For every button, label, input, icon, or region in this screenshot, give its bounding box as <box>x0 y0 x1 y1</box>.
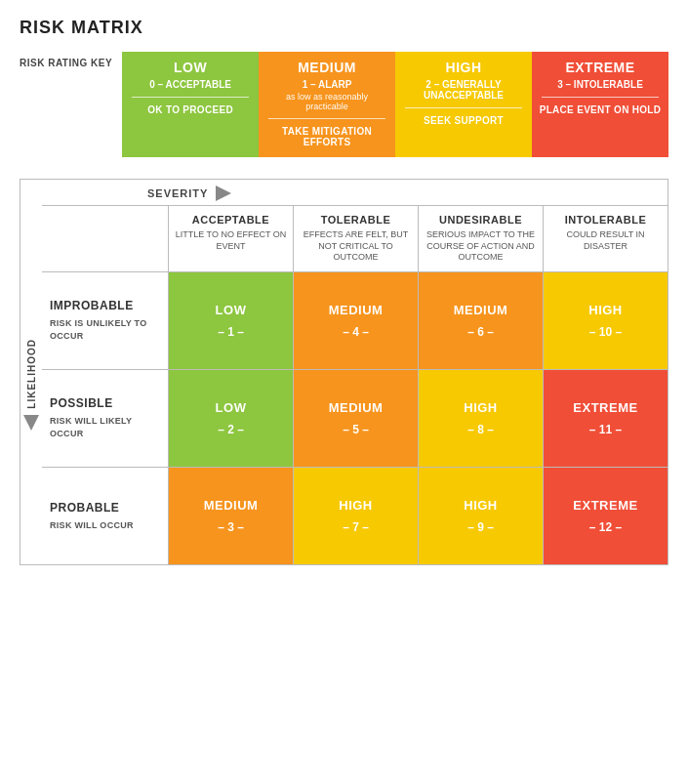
rating-high-divider <box>405 107 522 108</box>
cell-num-2-3: – 12 – <box>589 520 622 534</box>
header-intolerable-title: INTOLERABLE <box>549 214 662 226</box>
rating-high-num: 2 – GENERALLY UNACCEPTABLE <box>401 79 526 101</box>
severity-label: SEVERITY <box>147 187 208 199</box>
likelihood-title-1: POSSIBLE <box>50 396 160 410</box>
cell-label-0-2: MEDIUM <box>454 303 508 317</box>
rating-medium-divider <box>268 118 385 119</box>
rating-box-extreme: EXTREME 3 – INTOLERABLE PLACE EVENT ON H… <box>532 52 668 157</box>
rating-extreme-divider <box>542 97 659 98</box>
page-title: RISK MATRIX <box>20 18 668 38</box>
likelihood-sub-1: RISK WILL LIKELY OCCUR <box>50 415 160 439</box>
cell-label-1-2: HIGH <box>464 400 498 415</box>
data-cell-1-1: MEDIUM– 5 – <box>294 370 419 467</box>
severity-row: SEVERITY <box>20 180 668 205</box>
cell-label-1-3: EXTREME <box>573 400 637 415</box>
cell-label-0-1: MEDIUM <box>329 303 384 317</box>
matrix-section: SEVERITY LIKELIHOOD ACCEPTABLE LITTLE TO… <box>20 179 668 565</box>
header-acceptable-sub: LITTLE TO NO EFFECT ON EVENT <box>175 229 287 252</box>
rating-medium-title: MEDIUM <box>264 60 389 75</box>
rating-extreme-action: PLACE EVENT ON HOLD <box>538 104 663 115</box>
matrix-row-0: IMPROBABLERISK IS UNLIKELY TO OCCURLOW– … <box>42 271 668 369</box>
data-cell-0-2: MEDIUM– 6 – <box>419 272 544 369</box>
rating-low-title: LOW <box>128 60 253 75</box>
rating-key-label: RISK RATING KEY <box>20 52 112 68</box>
likelihood-title-0: IMPROBABLE <box>50 299 160 312</box>
cell-num-0-2: – 6 – <box>467 325 494 339</box>
matrix-row-1: POSSIBLERISK WILL LIKELY OCCURLOW– 2 –ME… <box>42 369 668 467</box>
data-cell-2-2: HIGH– 9 – <box>419 468 544 564</box>
cell-num-0-1: – 4 – <box>343 325 369 339</box>
corner-cell <box>42 206 169 271</box>
rating-key-section: RISK RATING KEY LOW 0 – ACCEPTABLE OK TO… <box>20 52 668 157</box>
cell-num-1-0: – 2 – <box>218 423 244 436</box>
rating-extreme-title: EXTREME <box>538 60 663 75</box>
header-undesirable-title: UNDESIRABLE <box>425 214 537 226</box>
rating-key-boxes: LOW 0 – ACCEPTABLE OK TO PROCEED MEDIUM … <box>122 52 668 157</box>
rating-box-high: HIGH 2 – GENERALLY UNACCEPTABLE SEEK SUP… <box>395 52 532 157</box>
header-intolerable-sub: COULD RESULT IN DISASTER <box>549 229 662 252</box>
header-col-undesirable: UNDESIRABLE SERIOUS IMPACT TO THE COURSE… <box>419 206 544 271</box>
cell-label-2-2: HIGH <box>464 498 498 513</box>
likelihood-cell-2: PROBABLERISK WILL OCCUR <box>42 468 169 564</box>
matrix-right: ACCEPTABLE LITTLE TO NO EFFECT ON EVENT … <box>42 205 668 564</box>
severity-arrow-icon <box>216 186 231 201</box>
rating-low-action: OK TO PROCEED <box>128 104 253 115</box>
rating-low-divider <box>132 97 249 98</box>
header-undesirable-sub: SERIOUS IMPACT TO THE COURSE OF ACTION A… <box>425 229 537 264</box>
header-tolerable-sub: EFFECTS ARE FELT, BUT NOT CRITICAL TO OU… <box>300 229 412 264</box>
data-cell-0-3: HIGH– 10 – <box>544 272 668 369</box>
rating-box-low: LOW 0 – ACCEPTABLE OK TO PROCEED <box>122 52 259 157</box>
rating-medium-action: TAKE MITIGATION EFFORTS <box>264 126 389 147</box>
cell-num-2-0: – 3 – <box>218 520 244 534</box>
cell-num-2-2: – 9 – <box>467 520 494 534</box>
header-col-acceptable: ACCEPTABLE LITTLE TO NO EFFECT ON EVENT <box>169 206 294 271</box>
header-tolerable-title: TOLERABLE <box>300 214 412 226</box>
rating-box-medium: MEDIUM 1 – ALARP as low as reasonably pr… <box>259 52 395 157</box>
cell-label-0-3: HIGH <box>588 303 623 317</box>
rating-high-title: HIGH <box>401 60 526 75</box>
cell-num-2-1: – 7 – <box>343 520 369 534</box>
data-cell-2-1: HIGH– 7 – <box>294 468 419 564</box>
data-cell-0-0: LOW– 1 – <box>169 272 294 369</box>
cell-label-2-0: MEDIUM <box>204 498 259 513</box>
data-cell-1-0: LOW– 2 – <box>169 370 294 467</box>
matrix-body-wrapper: LIKELIHOOD ACCEPTABLE LITTLE TO NO EFFEC… <box>20 205 668 564</box>
rating-extreme-num: 3 – INTOLERABLE <box>538 79 663 90</box>
rating-medium-sub: as low as reasonably practicable <box>264 92 389 111</box>
likelihood-cell-0: IMPROBABLERISK IS UNLIKELY TO OCCUR <box>42 272 169 369</box>
header-col-tolerable: TOLERABLE EFFECTS ARE FELT, BUT NOT CRIT… <box>294 206 419 271</box>
cell-label-1-1: MEDIUM <box>329 400 384 415</box>
header-acceptable-title: ACCEPTABLE <box>175 214 287 226</box>
cell-label-0-0: LOW <box>216 303 247 317</box>
data-cell-1-3: EXTREME– 11 – <box>544 370 668 467</box>
cell-label-1-0: LOW <box>216 400 247 415</box>
matrix-data-rows: IMPROBABLERISK IS UNLIKELY TO OCCURLOW– … <box>42 271 668 564</box>
data-cell-2-3: EXTREME– 12 – <box>544 468 668 564</box>
header-col-intolerable: INTOLERABLE COULD RESULT IN DISASTER <box>544 206 668 271</box>
cell-num-1-2: – 8 – <box>467 423 494 436</box>
data-cell-2-0: MEDIUM– 3 – <box>169 468 294 564</box>
cell-label-2-1: HIGH <box>339 498 373 513</box>
likelihood-cell-1: POSSIBLERISK WILL LIKELY OCCUR <box>42 370 169 467</box>
likelihood-sub-0: RISK IS UNLIKELY TO OCCUR <box>50 317 160 342</box>
data-cell-1-2: HIGH– 8 – <box>419 370 544 467</box>
likelihood-sub-2: RISK WILL OCCUR <box>50 519 160 532</box>
cell-num-0-0: – 1 – <box>218 325 244 339</box>
matrix-row-2: PROBABLERISK WILL OCCURMEDIUM– 3 –HIGH– … <box>42 467 668 564</box>
rating-medium-num: 1 – ALARP <box>264 79 389 90</box>
rating-high-action: SEEK SUPPORT <box>401 115 526 126</box>
rating-low-num: 0 – ACCEPTABLE <box>128 79 253 90</box>
likelihood-label: LIKELIHOOD <box>26 339 37 409</box>
likelihood-side: LIKELIHOOD <box>20 205 42 564</box>
matrix-header-row: ACCEPTABLE LITTLE TO NO EFFECT ON EVENT … <box>42 205 668 271</box>
cell-num-1-1: – 5 – <box>343 423 369 436</box>
cell-num-1-3: – 11 – <box>589 423 622 436</box>
data-cell-0-1: MEDIUM– 4 – <box>294 272 419 369</box>
cell-num-0-3: – 10 – <box>589 325 622 339</box>
cell-label-2-3: EXTREME <box>573 498 637 513</box>
likelihood-arrow-icon <box>23 415 39 431</box>
likelihood-title-2: PROBABLE <box>50 501 160 515</box>
